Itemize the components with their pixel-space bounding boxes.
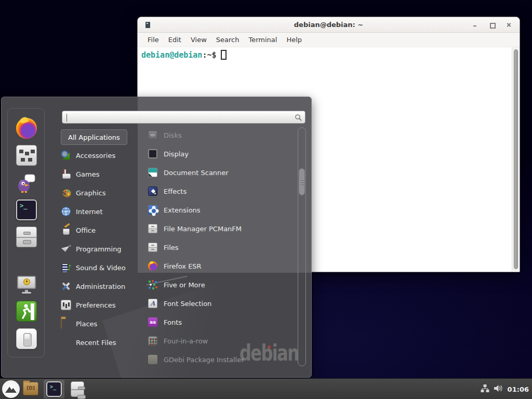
display-icon [148, 149, 157, 158]
settings-panel-icon[interactable] [16, 145, 37, 166]
app-four-in-a-row[interactable]: Four-in-a-row [148, 331, 289, 350]
pidgin-icon[interactable] [16, 172, 37, 193]
minimize-icon[interactable] [472, 22, 478, 28]
terminal-taskbar-button[interactable] [44, 380, 64, 398]
network-icon[interactable] [481, 384, 489, 395]
terminal-titlebar[interactable]: debian@debian: ~ [138, 17, 520, 33]
document-scanner-icon [148, 168, 157, 177]
app-extensions[interactable]: Extensions [148, 201, 289, 219]
firefox-icon[interactable] [16, 118, 37, 139]
menu-search[interactable]: Search [211, 34, 244, 45]
category-graphics[interactable]: Graphics [61, 183, 139, 202]
places-folder-icon [61, 318, 62, 329]
font-selection-icon: A [148, 299, 157, 308]
close-icon[interactable] [506, 22, 512, 28]
menu-scrollbar-thumb[interactable] [299, 168, 305, 195]
app-menu-button[interactable] [2, 380, 20, 398]
terminal-prompt: debian@debian:~$ [141, 50, 227, 60]
app-font-selection[interactable]: AFont Selection [148, 294, 289, 313]
prompt-path: :~$ [202, 50, 216, 60]
monitor-base [22, 292, 31, 294]
effects-icon [148, 187, 157, 196]
search-input[interactable] [66, 113, 290, 122]
logout-icon[interactable] [16, 301, 37, 322]
category-administration[interactable]: Administration [61, 277, 139, 296]
terminal-scrollbar[interactable] [512, 47, 520, 271]
system-tray: 01:06 [481, 379, 529, 399]
folder-emblem: [D] [23, 385, 38, 391]
recent-files-spacer [61, 337, 71, 348]
graphics-icon [61, 188, 71, 198]
app-disks[interactable]: Disks [148, 126, 289, 144]
file-cabinet-icon[interactable] [16, 227, 37, 247]
lock-screen-icon[interactable] [16, 274, 37, 295]
file-manager-button[interactable]: [D] [23, 382, 38, 395]
app-fonts[interactable]: aaFonts [148, 313, 289, 331]
accessories-icon [61, 150, 71, 161]
terminal-menubar: File Edit View Search Terminal Help [138, 33, 520, 47]
app-effects[interactable]: Effects [148, 182, 289, 201]
administration-icon [61, 281, 71, 291]
menu-help[interactable]: Help [282, 34, 307, 45]
maximize-icon[interactable] [489, 22, 495, 28]
disks-icon [148, 130, 157, 140]
terminal-icon[interactable] [16, 200, 37, 220]
terminal-app-icon [145, 22, 150, 28]
files-taskbar-button[interactable] [71, 381, 84, 397]
games-icon [61, 169, 71, 179]
favorites-sidebar [7, 108, 45, 357]
category-preferences[interactable]: Preferences [61, 296, 139, 314]
category-places[interactable]: Places [61, 314, 139, 333]
app-display[interactable]: Display [148, 144, 289, 163]
firefox-icon [148, 261, 157, 271]
search-icon [295, 114, 302, 121]
search-box[interactable] [62, 111, 305, 124]
category-accessories[interactable]: Accessories [61, 146, 139, 165]
five-or-more-icon [148, 280, 157, 289]
app-five-or-more[interactable]: Five or More [148, 275, 289, 294]
category-label: All Applications [68, 134, 120, 141]
volume-icon[interactable] [494, 384, 503, 395]
internet-globe-icon [61, 206, 71, 217]
terminal-cursor [221, 50, 227, 60]
category-games[interactable]: Games [61, 165, 139, 183]
app-gdebi-package-installer[interactable]: GDebi Package Installer [148, 350, 289, 369]
menu-terminal[interactable]: Terminal [244, 34, 282, 45]
preferences-icon [61, 300, 71, 310]
menu-scrollbar[interactable] [298, 127, 306, 366]
category-recent-files[interactable]: Recent Files [61, 333, 139, 352]
category-all-applications[interactable]: All Applications [61, 129, 127, 145]
sound-video-icon [61, 262, 71, 273]
extensions-icon [148, 205, 157, 215]
terminal-scrollbar-thumb[interactable] [514, 49, 518, 269]
app-document-scanner[interactable]: Document Scanner [148, 163, 289, 182]
category-office[interactable]: Office [61, 221, 139, 240]
terminal-icon [46, 381, 62, 397]
gdebi-icon [148, 355, 157, 364]
menu-file[interactable]: File [143, 34, 164, 45]
file-cabinet-icon [148, 243, 157, 252]
shutdown-icon[interactable] [16, 328, 37, 349]
category-internet[interactable]: Internet [61, 202, 139, 221]
terminal-window-title: debian@debian: ~ [138, 21, 520, 29]
app-firefox-esr[interactable]: Firefox ESR [148, 257, 289, 275]
programming-icon [61, 244, 71, 254]
keyhole [26, 281, 28, 282]
app-files[interactable]: Files [148, 238, 289, 257]
category-programming[interactable]: Programming [61, 240, 139, 258]
category-sound-video[interactable]: Sound & Video [61, 258, 139, 277]
fonts-icon: aa [148, 317, 157, 327]
prompt-user-host: debian@debian [141, 50, 202, 60]
file-cabinet-icon [148, 224, 157, 233]
application-menu: debian [1, 97, 312, 378]
menu-edit[interactable]: Edit [164, 34, 186, 45]
app-file-manager-pcmanfm[interactable]: File Manager PCManFM [148, 219, 289, 238]
four-in-a-row-icon [148, 336, 157, 345]
menu-view[interactable]: View [186, 34, 211, 45]
scrollbar-grip [301, 180, 304, 185]
clock[interactable]: 01:06 [508, 385, 529, 393]
taskbar: [D] 01:06 [0, 378, 532, 399]
office-icon [61, 225, 71, 235]
